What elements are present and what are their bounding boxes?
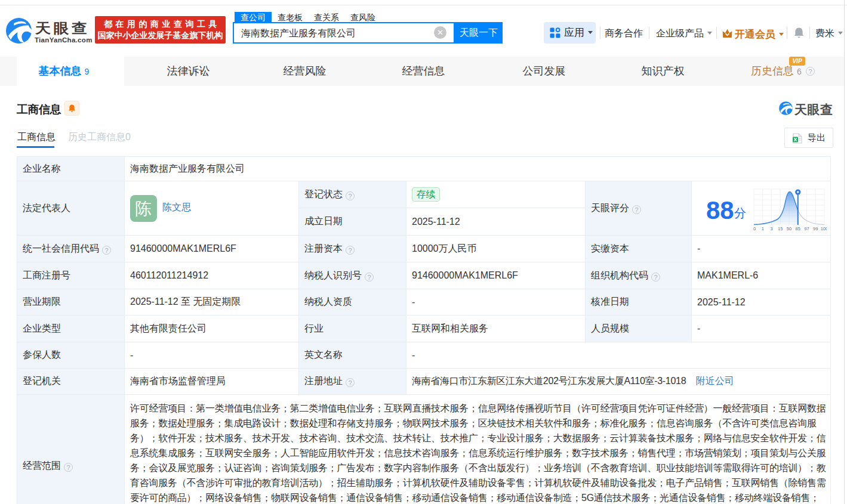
svg-text:1: 1	[762, 226, 764, 231]
svg-text:100: 100	[821, 226, 827, 231]
svg-text:0: 0	[753, 226, 756, 231]
svg-text:3: 3	[770, 226, 772, 231]
svg-text:15: 15	[778, 226, 783, 231]
svg-text:50: 50	[787, 226, 791, 231]
svg-text:97: 97	[804, 226, 809, 231]
svg-text:85: 85	[796, 226, 800, 231]
svg-text:99: 99	[813, 226, 818, 231]
